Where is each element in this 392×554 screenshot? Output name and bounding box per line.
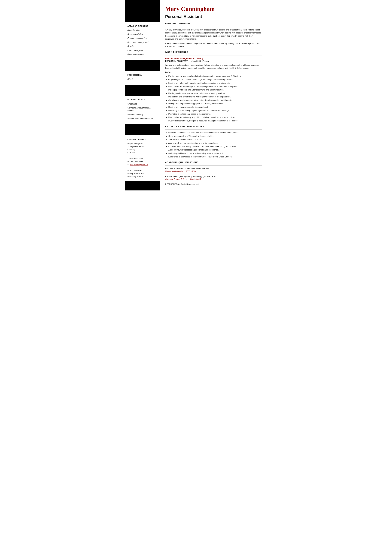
details-contact: T: 02476 888 5544 M: 0887 222 9999 E: ma… [127, 157, 157, 166]
duty-item: Organising external / internal meetings … [168, 78, 262, 81]
qualification-entry: Business Administration Executive Secret… [165, 167, 262, 173]
expertise-item: Event management [127, 49, 157, 52]
job-role-line: PERSONAL ASSISTANT June 2008 - Present [165, 60, 262, 63]
duty-item: Writing reporting and briefing papers an… [168, 102, 262, 105]
expertise-item: IT skills [127, 45, 157, 48]
sidebar-professional-card: PROFESSIONAL RSA II [125, 71, 160, 85]
key-skill-item: Experience & knowledge of Microsoft Offi… [168, 155, 262, 158]
duty-item: Responsible for stationery acquisition i… [168, 116, 262, 119]
details-personal: DOB: 12/09/1985 Driving license: Yes Nat… [127, 169, 157, 178]
duties-list: Provide general secretarial / administra… [165, 75, 262, 122]
sidebar-top-black [125, 0, 160, 22]
sidebar-black-mid1 [125, 60, 160, 71]
duties-label: Duties: [165, 71, 262, 74]
sidebar-bottom-black [125, 181, 160, 190]
duty-item: Responsible for answering & screening te… [168, 85, 262, 88]
work-divider [165, 55, 262, 55]
duty-item: Producing board meeting papers, agendas,… [168, 109, 262, 112]
skill-item: Excellent memory [127, 113, 157, 116]
qual-title: A levels: Maths (A) English (B) Technolo… [165, 175, 262, 178]
expertise-item: Finance administration [127, 37, 157, 40]
duty-item: Involved in recruitment, budgets & accou… [168, 119, 262, 122]
qualifications-list: Business Administration Executive Secret… [165, 167, 262, 181]
sidebar-black-mid2 [125, 85, 160, 96]
duty-item: Raising purchase orders, expense claims … [168, 92, 262, 95]
job-description: Working in a fast paced environment, giv… [165, 64, 262, 70]
details-name: Mary Cunningham 34 Anywhere Road Coventr… [127, 142, 157, 154]
key-skill-item: Excellent word processing, shorthand and… [168, 145, 262, 148]
summary-para2: Ready and qualified for the next stage i… [165, 42, 262, 48]
sidebar-skills-card: PERSONAL SKILLS OrganisingConfident and … [125, 96, 160, 124]
academic-divider [165, 166, 262, 166]
key-skill-item: Excellent communication skills able to l… [168, 131, 262, 134]
candidate-name: Mary Cunningham [165, 5, 262, 13]
qual-institution: Coventry Central College 2003 - 2005 [165, 178, 262, 181]
academic-header: ACADEMIC QUALIFICATIONS [165, 161, 262, 164]
email-link[interactable]: mary.c@dayjob.co.uk [130, 164, 148, 166]
duty-item: Maintaining and enhancing the working en… [168, 95, 262, 98]
duty-item: Liaising with other staff regulatory aut… [168, 82, 262, 85]
duty-item: Carrying out routine administrative duti… [168, 99, 262, 102]
key-skill-item: An excellent level of attention to detai… [168, 138, 262, 141]
expertise-item: Administration [127, 29, 157, 32]
qual-institution: Nuneaton University 2005 - 2008 [165, 170, 262, 173]
skill-item: Confident and professional manner [127, 107, 157, 112]
expertise-list: AdministrationSecretarial dutiesFinance … [127, 29, 157, 56]
work-experience-header: WORK EXPERIENCE [165, 51, 262, 54]
expertise-item: Diary management [127, 53, 157, 56]
qualification-entry: A levels: Maths (A) English (B) Technolo… [165, 175, 262, 181]
sidebar-expertise-card: AREAS OF EXPERTISE AdministrationSecreta… [125, 22, 160, 60]
duty-item: Dealing with incoming emails, faxes and … [168, 106, 262, 109]
expertise-item: Document management [127, 41, 157, 44]
sidebar-details-card: PERSONAL DETAILS Mary Cunningham 34 Anyw… [125, 135, 160, 181]
sidebar: AREAS OF EXPERTISE AdministrationSecreta… [125, 0, 160, 190]
professional-title: PROFESSIONAL [127, 74, 157, 76]
key-skill-item: Audio typing, word processing and shorth… [168, 148, 262, 152]
summary-para1: A highly motivated, confident individual… [165, 28, 262, 41]
references: REFERENCES – Available on request. [165, 183, 262, 186]
key-skills-list: Excellent communication skills able to l… [165, 131, 262, 158]
skills-list: OrganisingConfident and professional man… [127, 103, 157, 120]
key-skills-header: KEY SKILLS AND COMPETENCIES [165, 125, 262, 128]
key-skill-item: Good understanding of Director level res… [168, 135, 262, 138]
job-role: PERSONAL ASSISTANT [165, 60, 188, 62]
professional-item: RSA II [127, 78, 157, 81]
key-skill-item: Able to work on your own initiative and … [168, 142, 262, 145]
duty-item: Provide general secretarial / administra… [168, 75, 262, 78]
skill-item: Remain calm under pressure [127, 118, 157, 120]
key-skill-item: Ability to prioritise workload in a dema… [168, 152, 262, 155]
job-dates: June 2008 - Present [191, 60, 209, 62]
skill-item: Organising [127, 103, 157, 105]
sidebar-black-mid3 [125, 124, 160, 135]
skills-title: PERSONAL SKILLS [127, 98, 157, 101]
qual-title: Business Administration Executive Secret… [165, 167, 262, 170]
duty-item: Promoting a professional image of the co… [168, 113, 262, 116]
expertise-title: AREAS OF EXPERTISE [127, 25, 157, 27]
job-title: Personal Assistant [165, 14, 262, 20]
personal-summary-header: PERSONAL SUMMARY [165, 22, 262, 25]
employer-name: Fenn Property Management – Coventry [165, 57, 262, 60]
duty-item: Making appointments and arranging travel… [168, 89, 262, 91]
professional-list: RSA II [127, 78, 157, 81]
details-title: PERSONAL DETAILS [127, 138, 157, 141]
main-content: Mary Cunningham Personal Assistant PERSO… [160, 0, 267, 190]
expertise-item: Secretarial duties [127, 33, 157, 36]
